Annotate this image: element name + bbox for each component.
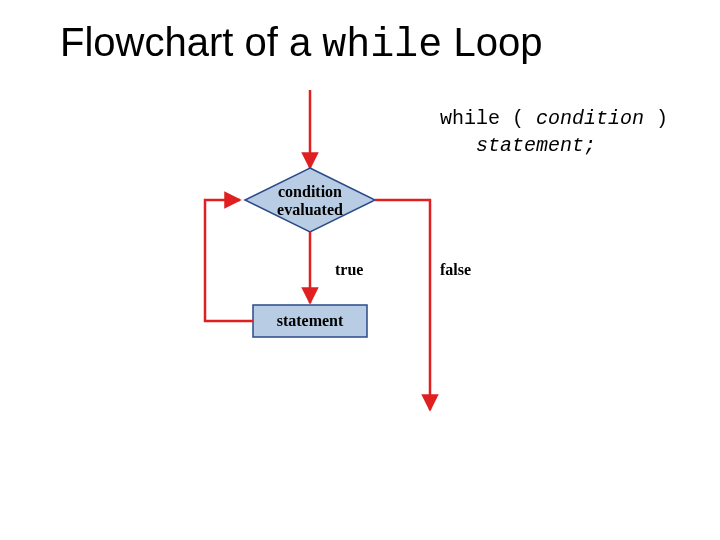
diamond-label-1: condition (278, 183, 342, 200)
false-label: false (440, 261, 471, 278)
statement-label: statement (277, 312, 344, 329)
flowchart-diagram: condition evaluated true statement false (0, 0, 720, 540)
loopback-arrow (205, 200, 253, 321)
diamond-label-2: evaluated (277, 201, 343, 218)
true-label: true (335, 261, 363, 278)
false-arrow (375, 200, 430, 410)
